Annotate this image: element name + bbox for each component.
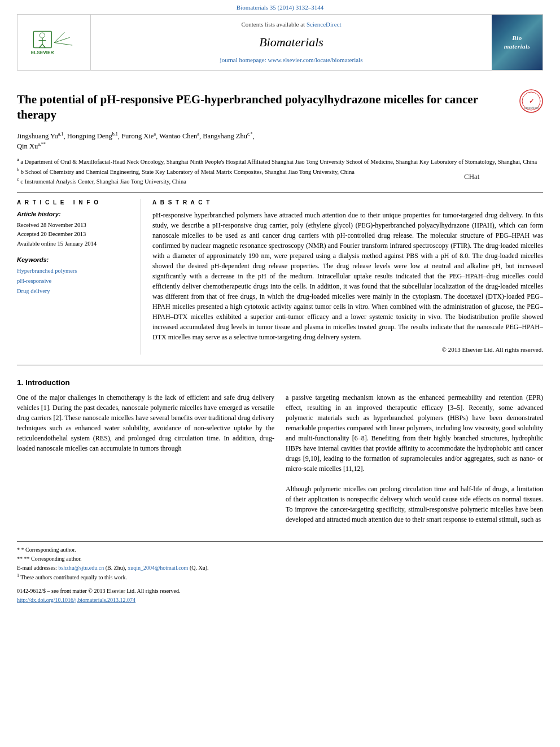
footnote-corresponding-2: ** ** Corresponding author. — [17, 554, 543, 563]
biomaterials-cover-image: Biomaterials — [492, 15, 542, 70]
abstract-text: pH-responsive hyperbranched polymers hav… — [152, 210, 543, 342]
authors-line: Jingshuang Yua,1, Hongping Dengb,1, Furo… — [17, 131, 543, 152]
abstract-label: A B S T R A C T — [152, 199, 543, 207]
email-zhu[interactable]: bshzhu@sjtu.edu.cn — [58, 565, 104, 571]
divider-top — [17, 193, 543, 193]
issn-text: 0142-9612/$ – see front matter © 2013 El… — [17, 587, 180, 595]
title-area: ✓ CrossMark The potential of pH-responsi… — [17, 92, 543, 123]
footnote-emails: E-mail addresses: bshzhu@sjtu.edu.cn (B.… — [17, 563, 543, 573]
intro-col-right: a passive targeting mechanism known as t… — [286, 392, 543, 525]
svg-text:✓: ✓ — [529, 98, 534, 104]
intro-cols: One of the major challenges in chemother… — [17, 392, 543, 525]
elsevier-logo-area: ELSEVIER — [18, 15, 91, 70]
history-section: Article history: Received 28 November 20… — [17, 210, 133, 249]
doi-link[interactable]: http://dx.doi.org/10.1016/j.biomaterials… — [17, 596, 180, 604]
bottom-bar: 0142-9612/$ – see front matter © 2013 El… — [17, 587, 543, 604]
article-info-label: A R T I C L E I N F O — [17, 199, 133, 207]
crossmark-badge[interactable]: ✓ CrossMark — [519, 89, 543, 116]
author-furong: Furong Xie — [121, 132, 154, 140]
received-date: Received 28 November 2013 — [17, 221, 133, 230]
journal-homepage: journal homepage: www.elsevier.com/locat… — [220, 56, 363, 64]
journal-info-area: Contents lists available at ScienceDirec… — [91, 15, 492, 70]
journal-header: ELSEVIER Contents lists available at Sci… — [17, 14, 543, 71]
svg-text:ELSEVIER: ELSEVIER — [30, 50, 54, 55]
elsevier-logo-svg: ELSEVIER — [26, 27, 82, 58]
page-footer: * * Corresponding author. ** ** Correspo… — [17, 541, 543, 604]
keyword-2[interactable]: pH-responsive — [17, 276, 133, 286]
keywords-label: Keywords: — [17, 256, 133, 264]
article-info-col: A R T I C L E I N F O Article history: R… — [17, 199, 141, 354]
sciencedirect-link[interactable]: ScienceDirect — [307, 21, 342, 28]
email-xu[interactable]: xuqin_2004@hotmail.com — [128, 565, 188, 571]
crossmark-icon: ✓ CrossMark — [519, 89, 543, 113]
footnotes: * * Corresponding author. ** ** Correspo… — [17, 545, 543, 582]
author-wantao: Wantao Chen — [159, 132, 197, 140]
article-title: The potential of pH-responsive PEG-hyper… — [17, 92, 543, 123]
main-content: ✓ CrossMark The potential of pH-responsi… — [17, 71, 543, 604]
author-bangshang: Bangshang Zhu — [203, 132, 247, 140]
introduction-section: 1. Introduction One of the major challen… — [17, 378, 543, 525]
chat-label: CHat — [464, 172, 479, 182]
article-body-cols: A R T I C L E I N F O Article history: R… — [17, 199, 543, 354]
keyword-3[interactable]: Drug delivery — [17, 286, 133, 296]
svg-line-5 — [39, 44, 42, 47]
sciencedirect-line: Contents lists available at ScienceDirec… — [241, 20, 341, 29]
footnote-equal: 1 These authors contributed equally to t… — [17, 573, 543, 582]
keywords-section: Keywords: Hyperbranched polymers pH-resp… — [17, 256, 133, 296]
svg-line-9 — [54, 42, 72, 45]
journal-title: Biomaterials — [259, 34, 323, 51]
intro-text-right: a passive targeting mechanism known as t… — [286, 392, 543, 525]
intro-title: 1. Introduction — [17, 378, 543, 388]
author-jingshuang: Jingshuang Yu — [17, 132, 58, 140]
cover-text: Biomaterials — [504, 34, 531, 51]
intro-text-left: One of the major challenges in chemother… — [17, 392, 274, 453]
accepted-date: Accepted 20 December 2013 — [17, 230, 133, 239]
available-date: Available online 15 January 2014 — [17, 239, 133, 249]
svg-point-2 — [40, 33, 45, 38]
divider-mid — [17, 365, 543, 365]
copyright-text: © 2013 Elsevier Ltd. All rights reserved… — [152, 346, 543, 354]
journal-cover: Biomaterials — [492, 15, 542, 70]
author-qin: Qin Xu — [17, 143, 38, 151]
history-label: Article history: — [17, 210, 133, 219]
footnote-corresponding-1: * * Corresponding author. — [17, 545, 543, 554]
svg-text:CrossMark: CrossMark — [524, 106, 539, 110]
email-label: E-mail addresses: — [17, 565, 57, 571]
author-hongping: Hongping Deng — [67, 132, 112, 140]
svg-line-6 — [42, 44, 45, 47]
issn-doi-block: 0142-9612/$ – see front matter © 2013 El… — [17, 587, 180, 604]
affil-a: a a Department of Oral & Maxillofacial-H… — [17, 156, 543, 166]
abstract-col: A B S T R A C T pH-responsive hyperbranc… — [152, 199, 543, 354]
keyword-1[interactable]: Hyperbranched polymers — [17, 266, 133, 276]
journal-reference: Biomaterials 35 (2014) 3132–3144 — [0, 0, 560, 14]
intro-col-left: One of the major challenges in chemother… — [17, 392, 274, 525]
